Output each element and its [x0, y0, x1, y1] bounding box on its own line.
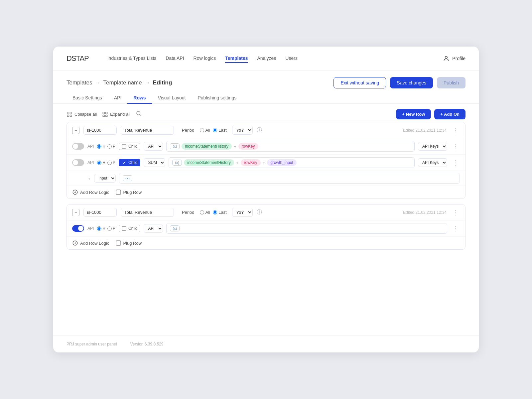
- api-keys-select-2[interactable]: API Keys: [418, 158, 447, 167]
- tab-rows[interactable]: Rows: [127, 92, 152, 104]
- nav-profile[interactable]: Profile: [443, 55, 466, 62]
- collapse-all-button[interactable]: Collapse all: [66, 111, 97, 117]
- exit-without-saving-button[interactable]: Exit without saving: [333, 77, 386, 88]
- nav-templates[interactable]: Templates: [225, 54, 248, 63]
- tab-api[interactable]: API: [108, 92, 128, 104]
- nav-industries[interactable]: Industries & Types Lists: [107, 54, 157, 63]
- tag-incomeStatementHistory-1[interactable]: incomeStatementHistory: [182, 143, 232, 150]
- person-icon: [443, 55, 450, 62]
- add-row-logic-button-2[interactable]: Add Row Logic: [72, 240, 109, 246]
- svg-rect-6: [106, 112, 107, 114]
- h-radio-3[interactable]: [97, 226, 101, 231]
- more-button-1[interactable]: ⋮: [451, 126, 460, 134]
- child-checkbox-1[interactable]: Child: [119, 143, 140, 150]
- add-row-logic-label-1: Add Row Logic: [80, 190, 109, 195]
- plus-2: +: [236, 160, 239, 165]
- last-radio-label-1[interactable]: Last: [213, 128, 227, 133]
- h-radio-label-3[interactable]: H: [97, 226, 105, 231]
- h-radio-label-1[interactable]: H: [97, 144, 105, 149]
- row-id-input-2[interactable]: [83, 208, 117, 217]
- logic-more-2[interactable]: ⋮: [451, 159, 460, 167]
- child-checkbox-3[interactable]: Child: [119, 225, 140, 232]
- breadcrumb-templates[interactable]: Templates: [66, 79, 92, 86]
- row-name-input-2[interactable]: [121, 208, 174, 217]
- breadcrumb-template-name[interactable]: Template name: [103, 79, 142, 86]
- checkbox-empty-icon-3: [122, 226, 126, 231]
- tab-publishing-settings[interactable]: Publishing settings: [192, 92, 242, 104]
- all-radio-label-1[interactable]: All: [200, 128, 210, 133]
- search-icon: [136, 110, 142, 116]
- yoy-select-1[interactable]: YoY: [232, 126, 253, 135]
- plug-row-label-2: Plug Row: [123, 241, 142, 246]
- row-id-input-1[interactable]: [83, 126, 117, 135]
- logic-more-1[interactable]: ⋮: [451, 142, 460, 150]
- last-radio-1[interactable]: [213, 128, 217, 132]
- p-radio-label-3[interactable]: P: [107, 226, 115, 231]
- plug-row-1[interactable]: Plug Row: [116, 190, 142, 195]
- collapse-row-1-button[interactable]: −: [72, 127, 79, 134]
- plug-row-2[interactable]: Plug Row: [116, 240, 142, 246]
- fx-badge-3[interactable]: (x): [170, 225, 180, 231]
- all-radio-2[interactable]: [200, 210, 204, 214]
- save-changes-button[interactable]: Save changes: [390, 77, 433, 88]
- add-on-button[interactable]: + Add On: [434, 109, 466, 119]
- all-radio-label-2[interactable]: All: [200, 210, 210, 215]
- search-button[interactable]: [136, 110, 142, 118]
- tab-basic-settings[interactable]: Basic Settings: [66, 92, 108, 104]
- p-radio-label-1[interactable]: P: [107, 144, 115, 149]
- info-icon-1[interactable]: ⓘ: [257, 127, 262, 134]
- breadcrumb-area: Templates → Template name → Editing Exit…: [53, 70, 479, 88]
- h-radio-1[interactable]: [97, 144, 101, 149]
- tag-rowKey-2[interactable]: rowKey: [241, 159, 261, 166]
- add-row-logic-button-1[interactable]: Add Row Logic: [72, 189, 109, 195]
- p-radio-3[interactable]: [107, 226, 112, 231]
- nav-data-api[interactable]: Data API: [166, 54, 184, 63]
- tab-visual-layout[interactable]: Visual Layout: [152, 92, 192, 104]
- tag-incomeStatementHistory-2[interactable]: incomeStatementHistory: [184, 159, 234, 166]
- row-header-1: − Period All Last YoY ⓘ Edited 21.02.202…: [67, 122, 465, 138]
- checkbox-checked-icon-2: [122, 160, 126, 165]
- tag-growth-input-2[interactable]: growth_input: [267, 159, 297, 166]
- formula-area-3: (x): [166, 223, 447, 234]
- api-keys-select-1[interactable]: API Keys: [418, 142, 447, 151]
- tab-bar: Basic Settings API Rows Visual Layout Pu…: [53, 88, 479, 104]
- logic-more-3[interactable]: ⋮: [451, 224, 460, 232]
- input-sub-row-1: ↳ Input (x): [67, 171, 465, 186]
- toggle-2[interactable]: [72, 159, 84, 166]
- yoy-select-2[interactable]: YoY: [232, 208, 253, 217]
- new-row-button[interactable]: + New Row: [396, 109, 431, 119]
- row-header-2: − Period All Last YoY ⓘ Edited 21.02.202…: [67, 204, 465, 220]
- sub-fx-badge-1[interactable]: (x): [123, 175, 132, 181]
- type-select-2[interactable]: SUM: [144, 158, 165, 167]
- row-name-input-1[interactable]: [121, 126, 174, 135]
- p-radio-label-2[interactable]: P: [107, 160, 115, 165]
- nav-row-logics[interactable]: Row logics: [194, 54, 216, 63]
- publish-button[interactable]: Publish: [437, 77, 466, 88]
- child-checkbox-2[interactable]: Child: [119, 159, 140, 166]
- fx-badge-2[interactable]: (x): [172, 160, 182, 166]
- footer-row-2: Add Row Logic Plug Row: [67, 237, 465, 249]
- more-button-2[interactable]: ⋮: [451, 208, 460, 216]
- toggle-1[interactable]: [72, 143, 84, 150]
- info-icon-2[interactable]: ⓘ: [257, 209, 262, 216]
- h-radio-label-2[interactable]: H: [97, 160, 105, 165]
- tag-rowKey-1[interactable]: rowKey: [238, 143, 258, 150]
- sub-type-select-1[interactable]: Input: [94, 174, 116, 183]
- type-select-3[interactable]: API: [144, 224, 163, 233]
- collapse-row-2-button[interactable]: −: [72, 209, 79, 216]
- p-radio-1[interactable]: [107, 144, 112, 149]
- h-radio-2[interactable]: [97, 161, 101, 165]
- expand-all-button[interactable]: Expand all: [102, 111, 130, 117]
- period-label-2: Period: [182, 210, 195, 215]
- last-radio-2[interactable]: [213, 210, 217, 214]
- type-select-1[interactable]: API: [144, 142, 163, 151]
- nav-users[interactable]: Users: [285, 54, 298, 63]
- all-radio-1[interactable]: [200, 128, 204, 132]
- p-radio-2[interactable]: [107, 161, 112, 165]
- radio-group-2: All Last: [200, 210, 227, 215]
- last-radio-label-2[interactable]: Last: [213, 210, 227, 215]
- plug-checkbox-icon-1: [116, 190, 121, 195]
- fx-badge-1[interactable]: (x): [170, 143, 180, 149]
- nav-analyzes[interactable]: Analyzes: [257, 54, 276, 63]
- toggle-3[interactable]: [72, 225, 84, 232]
